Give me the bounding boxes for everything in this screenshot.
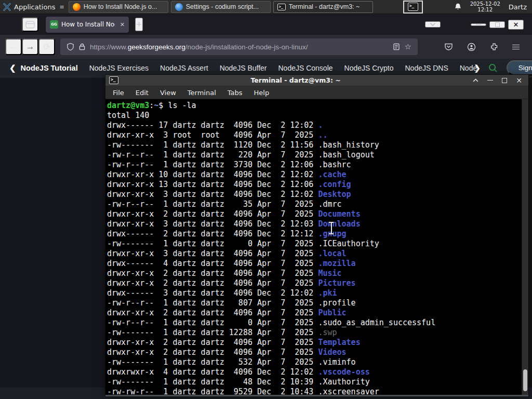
clock-date: 2025-12-02 [470,1,500,7]
nav-back-label: NodeJS Tutorial [21,64,78,72]
desktop: Applications ≡ How to Install Node.js o.… [0,0,532,399]
minimize-icon [476,24,482,25]
window-buttons: ✕ [425,20,532,30]
chevron-left-icon: ❮ [9,63,16,73]
reader-mode-icon[interactable] [393,43,400,50]
nav-back-link[interactable]: ❮ NodeJS Tutorial [9,63,78,73]
terminal-menubar: File Edit View Terminal Tabs Help [105,86,528,99]
maximize-icon[interactable] [502,78,507,83]
extensions-icon[interactable] [490,43,498,51]
taskbar-window-codium[interactable]: Settings - codium script... [171,1,271,13]
nav-item[interactable]: NodeJS DNS [405,64,448,72]
nav-item[interactable]: NodeJS Console [278,64,332,72]
search-icon [488,63,498,73]
taskbar: How to Install Node.js o... Settings - c… [69,0,373,14]
menu-terminal[interactable]: Terminal [182,89,222,97]
shade-window-icon[interactable] [473,78,478,82]
terminal-icon: >_ [109,76,118,84]
menu-file[interactable]: File [107,89,130,97]
browser-tab[interactable]: GG How to Install Node.js on ✕ [46,17,129,33]
firefox-view-icon [25,21,35,29]
applications-icon [3,3,11,11]
forward-button[interactable]: → [22,38,38,55]
applications-label: Applications [14,3,55,11]
top-panel: Applications ≡ How to Install Node.js o.… [0,0,532,14]
minimize-button[interactable] [471,23,486,26]
codium-icon [175,3,183,11]
pocket-icon[interactable] [444,43,453,51]
nav-item[interactable]: NodeJS Exercises [89,64,149,72]
menu-tabs[interactable]: Tabs [222,89,248,97]
close-button[interactable]: ✕ [508,20,524,30]
menu-view[interactable]: View [154,89,182,97]
clock-time: 12:12 [470,7,500,12]
search-button[interactable] [488,63,498,73]
list-tabs-button[interactable] [425,21,441,28]
terminal-window: >_ Terminal - dartz@vm3: ~ ✕ File Edit V… [105,74,529,396]
url-bar[interactable]: https://www.geeksforgeeks.org/node-js/in… [60,38,418,55]
text-cursor [328,221,334,235]
scrollbar-thumb[interactable] [523,369,527,391]
lock-icon[interactable] [79,43,85,50]
tab-close-icon[interactable]: ✕ [118,21,125,28]
menu-edit[interactable]: Edit [130,89,154,97]
menu-hamburger-icon[interactable] [512,45,520,49]
system-tray: 2025-12-02 12:12 Dartz [454,0,532,14]
terminal-scrollbar[interactable] [522,99,528,395]
clock[interactable]: 2025-12-02 12:12 [470,1,500,12]
maximize-button[interactable] [489,21,505,28]
url-path: /node-js/installation-of-node-js-on-linu… [185,43,308,51]
navigation-toolbar: ← → ⟳ https://www.geeksforgeeks.org/node… [0,35,532,59]
tab-bar: GG How to Install Node.js on ✕ + ✕ [0,14,532,35]
applications-menu-button[interactable]: Applications ≡ [0,0,69,14]
url-prefix: https://www. [90,43,128,51]
terminal-window-controls: ✕ [473,76,525,85]
user-menu[interactable]: Dartz [509,3,527,11]
shield-icon[interactable] [66,43,74,51]
menu-help[interactable]: Help [248,89,275,97]
chevron-down-icon [430,22,436,26]
close-icon[interactable]: ✕ [516,76,522,85]
account-icon[interactable] [467,43,476,51]
terminal-title: Terminal - dartz@vm3: ~ [118,76,473,84]
new-tab-button[interactable]: + [135,18,143,31]
nav-scroll-right-chevron[interactable]: ❯ [474,63,481,73]
terminal-bottom-edge[interactable] [105,395,528,396]
tab-title: How to Install Node.js on [61,21,115,28]
firefox-icon [73,3,81,11]
nav-item[interactable]: NodeJS Buffer [220,64,267,72]
taskbar-window-firefox[interactable]: How to Install Node.js o... [69,1,168,13]
url-text: https://www.geeksforgeeks.org/node-js/in… [90,43,388,51]
bookmark-star-icon[interactable]: ☆ [405,42,411,51]
terminal-launcher[interactable]: >_ [403,1,423,14]
sign-in-button[interactable]: Sign In [507,60,532,75]
taskbar-window-terminal[interactable]: >_ Terminal - dartz@vm3: ~ [273,1,373,13]
toolbar-icons [444,43,527,51]
notification-bell-icon[interactable] [454,3,462,11]
terminal-icon: >_ [277,4,286,10]
back-button[interactable]: ← [5,38,22,55]
firefox-view-button[interactable] [22,17,38,32]
terminal-icon: >_ [408,3,418,11]
minimize-icon[interactable] [487,80,493,81]
terminal-output: dartz@vm3:~$ ls -latotal 140drwx------ 1… [107,101,528,395]
reload-button[interactable]: ⟳ [38,38,55,55]
geeksforgeeks-favicon: GG [50,20,58,29]
nav-item[interactable]: NodeJS Crypto [344,64,394,72]
url-domain: geeksforgeeks.org [128,43,185,51]
terminal-titlebar[interactable]: >_ Terminal - dartz@vm3: ~ ✕ [105,75,528,86]
menu-lines-icon: ≡ [59,4,64,10]
maximize-icon [495,22,500,27]
terminal-content[interactable]: dartz@vm3:~$ ls -latotal 140drwx------ 1… [105,99,528,395]
nav-item[interactable]: NodeJS Assert [160,64,208,72]
